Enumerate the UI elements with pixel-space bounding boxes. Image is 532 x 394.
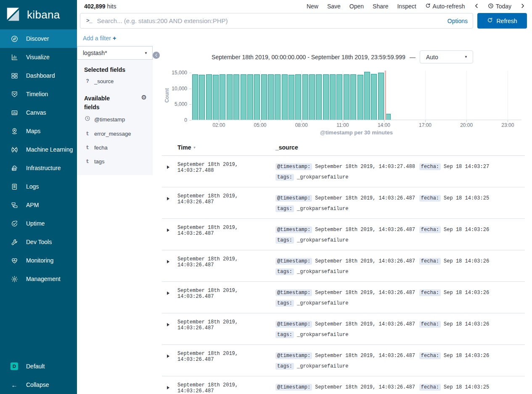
histogram-bar[interactable] (268, 74, 274, 120)
available-fields-list: @timestampterror_messagetfechattags (84, 112, 147, 168)
sidebar-item-visualize[interactable]: Visualize (0, 48, 77, 66)
x-tick-label: 05:00 (254, 122, 266, 128)
histogram-bar[interactable] (295, 74, 301, 120)
sidebar-item-label: Visualize (26, 54, 50, 60)
expand-row-button[interactable] (162, 256, 177, 281)
clock-icon (488, 3, 494, 10)
timelion-icon (10, 91, 19, 98)
sidebar-item-monitoring[interactable]: Monitoring (0, 251, 77, 270)
histogram-bar[interactable] (206, 74, 212, 120)
histogram-bar[interactable] (213, 75, 219, 120)
fecha-value: Sep 18 14:03:26 (444, 258, 489, 264)
time-back-button[interactable] (474, 3, 479, 10)
available-fields-heading: Available fields (84, 94, 123, 112)
menu-item-save[interactable]: Save (327, 3, 341, 10)
index-pattern-selector[interactable]: logstash* ▼ (77, 46, 153, 60)
refresh-button[interactable]: Refresh (477, 13, 527, 29)
expand-row-button[interactable] (162, 225, 177, 250)
histogram-bar[interactable] (316, 74, 322, 120)
menu-item-open[interactable]: Open (349, 3, 364, 10)
histogram-bar[interactable] (261, 74, 267, 120)
field-settings-gear-icon[interactable]: ⚙ (141, 94, 147, 101)
histogram-bar[interactable] (350, 74, 356, 120)
sidebar-item-dashboard[interactable]: Dashboard (0, 66, 77, 85)
field-badge-timestamp: @timestamp: (275, 226, 312, 233)
sidebar-item-uptime[interactable]: Uptime (0, 214, 77, 233)
sidebar-item-apm[interactable]: APM (0, 196, 77, 214)
time-forward-button[interactable] (520, 3, 525, 10)
expand-row-button[interactable] (162, 351, 177, 376)
table-row[interactable]: September 18th 2019, 14:03:26.487@timest… (162, 187, 525, 219)
histogram-bar[interactable] (323, 74, 329, 120)
field-item-timestamp[interactable]: @timestamp (84, 112, 147, 127)
sidebar-item-timelion[interactable]: Timelion (0, 85, 77, 103)
histogram-bar[interactable] (302, 74, 308, 120)
histogram-bar[interactable] (199, 75, 205, 120)
sidebar-collapse-button[interactable]: ← Collapse (0, 376, 77, 394)
expand-row-button[interactable] (162, 162, 177, 187)
histogram-bar[interactable] (330, 74, 336, 120)
auto-refresh-button[interactable]: Auto-refresh (425, 3, 465, 10)
histogram-bar[interactable] (288, 75, 294, 120)
search-box[interactable]: >_ Options (80, 13, 473, 29)
doc-time-cell: September 18th 2019, 14:03:26.487 (177, 288, 275, 313)
field-item-source[interactable]: ?_source (84, 74, 147, 88)
histogram-bar[interactable] (227, 74, 233, 120)
sidebar-item-machine-learning[interactable]: Machine Learning (0, 140, 77, 159)
caret-right-icon (167, 165, 169, 169)
field-item-errormessage[interactable]: terror_message (84, 127, 147, 141)
histogram-plot[interactable]: Count 05,00010,00015,000 (191, 71, 521, 120)
table-row[interactable]: September 18th 2019, 14:03:26.487@timest… (162, 250, 525, 282)
histogram-bar[interactable] (282, 74, 288, 120)
y-tick-label: 10,000 (172, 86, 187, 92)
table-row[interactable]: September 18th 2019, 14:03:26.487@timest… (162, 219, 525, 250)
query-options-link[interactable]: Options (447, 18, 468, 24)
histogram-bar[interactable] (357, 75, 363, 120)
table-row[interactable]: September 18th 2019, 14:03:26.487@timest… (162, 282, 525, 313)
kibana-logo[interactable]: kibana (0, 0, 77, 29)
sidebar-item-default-space[interactable]: D Default (0, 357, 77, 376)
histogram-bar[interactable] (254, 74, 260, 120)
global-nav-sidebar: kibana DiscoverVisualizeDashboardTimelio… (0, 0, 77, 394)
histogram-bar[interactable] (309, 74, 315, 120)
histogram-bar[interactable] (247, 74, 253, 120)
histogram-bar[interactable] (220, 74, 225, 120)
range-separator: — (410, 54, 416, 60)
histogram-bar[interactable] (371, 74, 377, 120)
table-row[interactable]: September 18th 2019, 14:03:26.487@timest… (162, 345, 525, 376)
search-input[interactable] (97, 17, 442, 24)
field-item-tags[interactable]: ttags (84, 155, 147, 168)
histogram-bar[interactable] (336, 74, 342, 120)
sidebar-item-logs[interactable]: Logs (0, 177, 77, 196)
menu-item-new[interactable]: New (307, 3, 318, 10)
menu-item-inspect[interactable]: Inspect (397, 3, 416, 10)
table-row[interactable]: September 18th 2019, 14:03:27.488@timest… (162, 156, 525, 187)
field-item-fecha[interactable]: tfecha (84, 141, 147, 155)
table-row[interactable]: September 18th 2019, 14:03:26.487@timest… (162, 376, 525, 394)
field-name: @timestamp (94, 116, 125, 123)
column-header-time[interactable]: Time ▼ (177, 144, 275, 151)
add-filter-link[interactable]: Add a filter (83, 35, 111, 42)
interval-select[interactable]: Auto ▼ (420, 50, 473, 63)
sidebar-item-management[interactable]: Management (0, 270, 77, 288)
histogram-bar[interactable] (344, 74, 349, 120)
sidebar-item-maps[interactable]: Maps (0, 122, 77, 140)
expand-row-button[interactable] (162, 319, 177, 344)
histogram-bar[interactable] (364, 72, 370, 120)
histogram-bar[interactable] (241, 74, 246, 120)
sidebar-item-dev-tools[interactable]: Dev Tools (0, 233, 77, 251)
histogram-bar[interactable] (233, 74, 239, 120)
expand-row-button[interactable] (162, 288, 177, 313)
sidebar-item-canvas[interactable]: Canvas (0, 103, 77, 122)
sidebar-item-infrastructure[interactable]: Infrastructure (0, 159, 77, 177)
histogram-bar[interactable] (378, 73, 384, 120)
histogram-bar[interactable] (192, 74, 198, 120)
collapse-fields-panel-button[interactable] (153, 52, 160, 59)
histogram-bar[interactable] (275, 74, 281, 120)
table-row[interactable]: September 18th 2019, 14:03:26.487@timest… (162, 313, 525, 345)
today-button[interactable]: Today (488, 3, 511, 10)
sidebar-item-discover[interactable]: Discover (0, 29, 77, 48)
menu-item-share[interactable]: Share (373, 3, 388, 10)
expand-row-button[interactable] (162, 382, 177, 394)
expand-row-button[interactable] (162, 193, 177, 218)
